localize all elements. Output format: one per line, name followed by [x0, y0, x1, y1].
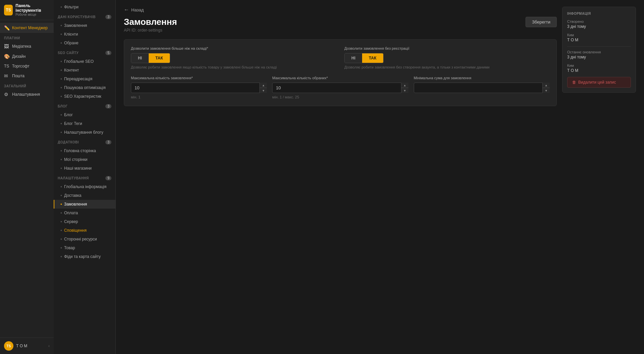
- max-wishlist-hint: мін. 1 / макс. 25: [272, 95, 408, 99]
- max-wishlist-label: Максимальна кількість обраних*: [272, 76, 408, 80]
- min-order-sum-field: Мінімальна сума для замовлення ▲ ▼: [414, 76, 550, 99]
- palette-icon: 🎨: [4, 54, 9, 59]
- cs-item-orders[interactable]: Замовлення: [54, 21, 115, 30]
- cs-badge-settings: 9: [105, 176, 111, 180]
- back-label: Назад: [131, 7, 144, 12]
- allow-guest-col: Дозволити замовлення без реєстрації НІ Т…: [344, 46, 550, 69]
- cs-item-global-seo[interactable]: Глобальне SEO: [54, 57, 115, 66]
- info-card: ІНФОРМАЦІЯ Створено 3 дні тому Ким Т О М…: [562, 7, 636, 93]
- cs-item-global-info[interactable]: Глобальна інформація: [54, 182, 115, 191]
- max-order-down-btn[interactable]: ▼: [260, 88, 267, 93]
- sidebar-item-design[interactable]: 🎨 Дизайн: [0, 51, 54, 61]
- cs-section-header-blog: БЛОГ 3: [54, 102, 115, 110]
- cs-item-stores[interactable]: Наші магазини: [54, 164, 115, 173]
- cs-item-clients[interactable]: Клієнти: [54, 30, 115, 39]
- sidebar-item-content-manager[interactable]: ✏️ Контент Менеджер: [0, 23, 54, 33]
- max-wishlist-down-btn[interactable]: ▼: [401, 88, 408, 93]
- sidebar-item-torgsoft[interactable]: TS Торгсофт: [0, 61, 54, 71]
- cs-section-header-user-data: ДАНІ КОРИСТУВАЧІВ 3: [54, 13, 115, 21]
- allow-guest-no-btn[interactable]: НІ: [345, 53, 362, 63]
- info-updated-by-row: Ким Т О М: [567, 63, 631, 73]
- sidebar-item-settings[interactable]: ⚙ Налаштування: [0, 89, 54, 99]
- cs-section-label-seo: SEO САЙТУ: [58, 51, 79, 55]
- cs-item-home[interactable]: Головна сторінка: [54, 146, 115, 155]
- cs-item-product[interactable]: Товар: [54, 244, 115, 252]
- cs-item-content[interactable]: Контент: [54, 66, 115, 75]
- cs-section-header-settings: НАЛАШТУВАННЯ 9: [54, 174, 115, 182]
- cs-section-blog: БЛОГ 3 Блог Блог Теги Налаштування блогу: [54, 102, 115, 137]
- sidebar-item-label: Торгсофт: [12, 64, 30, 69]
- cs-item-filters[interactable]: Фільтри: [54, 3, 115, 11]
- allow-guest-yes-btn[interactable]: ТАК: [362, 53, 383, 63]
- info-created-val: 3 дні тому: [567, 24, 631, 29]
- allow-oversell-no-btn[interactable]: НІ: [131, 53, 149, 63]
- cs-badge-additional: 3: [105, 140, 111, 144]
- cs-item-third-party[interactable]: Сторонні ресурси: [54, 235, 115, 244]
- back-nav[interactable]: ← Назад: [124, 7, 557, 13]
- max-order-input[interactable]: [131, 83, 267, 93]
- max-wishlist-input[interactable]: [272, 83, 408, 93]
- sidebar-app-title: Панель інструментів: [15, 3, 50, 13]
- min-order-sum-label: Мінімальна сума для замовлення: [414, 76, 550, 80]
- sidebar-bottom: TS Т О М ‹: [0, 338, 54, 354]
- sidebar-item-label: Контент Менеджер: [12, 26, 48, 30]
- cs-item-orders-settings[interactable]: Замовлення: [54, 200, 115, 209]
- page-title-block: Замовлення API ID: order-settings: [124, 17, 177, 33]
- cs-section-filters: Фільтри: [54, 3, 115, 11]
- main-area: ← Назад Замовлення API ID: order-setting…: [116, 0, 644, 354]
- sidebar-item-media[interactable]: 🖼 Медіатека: [0, 41, 54, 51]
- main-sidebar: TS Панель інструментів Робоче місце ✏️ К…: [0, 0, 54, 354]
- max-wishlist-up-btn[interactable]: ▲: [401, 83, 408, 88]
- gear-icon: ⚙: [4, 92, 9, 97]
- cs-item-my-pages[interactable]: Мої сторінки: [54, 155, 115, 164]
- cs-section-label-settings: НАЛАШТУВАННЯ: [58, 176, 89, 180]
- info-created-by-key: Ким: [567, 33, 631, 37]
- cs-item-payment[interactable]: Оплата: [54, 209, 115, 217]
- delete-button[interactable]: 🗑 Видалити цей запис: [567, 77, 631, 88]
- cs-item-server[interactable]: Сервер: [54, 217, 115, 226]
- content-sidebar: Фільтри ДАНІ КОРИСТУВАЧІВ 3 Замовлення К…: [54, 0, 116, 354]
- cs-item-feeds[interactable]: Фіди та карта сайту: [54, 252, 115, 261]
- min-order-sum-up-btn[interactable]: ▲: [543, 83, 550, 88]
- save-button[interactable]: Зберегти: [526, 17, 557, 27]
- info-panel: ІНФОРМАЦІЯ Створено 3 дні тому Ким Т О М…: [562, 7, 636, 347]
- cs-item-seo-char[interactable]: SEO Характеристик: [54, 92, 115, 101]
- cs-item-blog-tags[interactable]: Блог Теги: [54, 119, 115, 128]
- cs-item-favorites[interactable]: Обране: [54, 39, 115, 47]
- cs-section-additional: ДОДАТКОВІ 3 Головна сторінка Мої сторінк…: [54, 138, 115, 173]
- sidebar-title-block: Панель інструментів Робоче місце: [15, 3, 50, 16]
- cs-item-delivery[interactable]: Доставка: [54, 191, 115, 200]
- min-order-sum-input[interactable]: [414, 83, 550, 93]
- min-order-sum-input-wrap: ▲ ▼: [414, 83, 550, 93]
- sidebar-item-label: Дизайн: [12, 54, 26, 59]
- sidebar-item-mail[interactable]: ✉ Пошта: [0, 71, 54, 81]
- image-icon: 🖼: [4, 44, 9, 49]
- sidebar-item-label: Медіатека: [12, 44, 31, 49]
- max-order-up-btn[interactable]: ▲: [260, 83, 267, 88]
- cs-item-blog-settings[interactable]: Налаштування блогу: [54, 128, 115, 137]
- cs-section-header-seo: SEO САЙТУ 5: [54, 49, 115, 57]
- sidebar-logo: TS: [4, 5, 13, 15]
- avatar: TS: [4, 341, 13, 351]
- min-order-sum-down-btn[interactable]: ▼: [543, 88, 550, 93]
- tag-icon: TS: [4, 64, 9, 69]
- info-divider: [567, 46, 631, 47]
- cs-item-notifications[interactable]: Сповіщення: [54, 226, 115, 235]
- max-order-hint: мін. 1: [131, 95, 267, 99]
- sidebar-nav: ✏️ Контент Менеджер ПЛАГІНИ 🖼 Медіатека …: [0, 20, 54, 338]
- collapse-icon[interactable]: ‹: [48, 344, 50, 348]
- allow-oversell-hint: Дозволяє робити замовлення якщо кількіст…: [131, 65, 336, 69]
- sidebar-header: TS Панель інструментів Робоче місце: [0, 0, 54, 20]
- info-updated-row: Останнє оновлення 3 дні тому: [567, 50, 631, 59]
- cs-item-blog[interactable]: Блог: [54, 110, 115, 119]
- plugins-section-label: ПЛАГІНИ: [0, 33, 54, 41]
- cs-section-settings: НАЛАШТУВАННЯ 9 Глобальна інформація Дост…: [54, 174, 115, 261]
- allow-guest-hint: Дозволяє робити замовлення без створення…: [344, 65, 550, 69]
- cs-badge-blog: 3: [105, 104, 111, 108]
- cs-item-redirect[interactable]: Переадресація: [54, 75, 115, 83]
- allow-oversell-yes-btn[interactable]: ТАК: [149, 53, 170, 63]
- min-order-sum-spinners: ▲ ▼: [542, 83, 550, 93]
- cs-item-search-opt[interactable]: Пошукова оптимізація: [54, 83, 115, 92]
- max-wishlist-input-wrap: ▲ ▼: [272, 83, 408, 93]
- cs-section-label-user-data: ДАНІ КОРИСТУВАЧІВ: [58, 15, 96, 19]
